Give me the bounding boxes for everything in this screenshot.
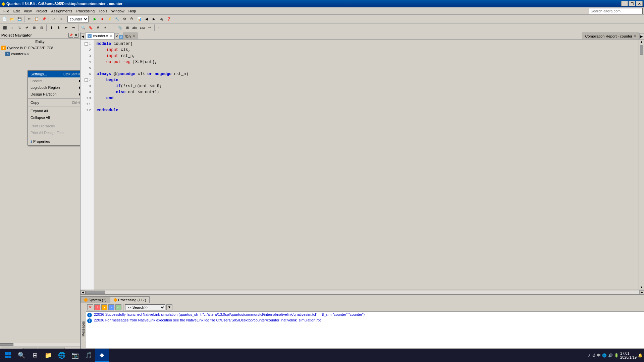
tb2-123[interactable]: 123: [139, 24, 146, 31]
pn-pin-button[interactable]: 📌: [68, 33, 73, 38]
tab-tb-v-close[interactable]: ✕: [132, 34, 135, 38]
tray-battery[interactable]: 🔋: [614, 353, 619, 358]
analyze-button[interactable]: ⚡: [106, 16, 113, 22]
msg-tab-system[interactable]: System (2): [80, 296, 110, 303]
menu-window[interactable]: Window: [109, 8, 126, 14]
ctx-collapse-all[interactable]: Collapse All: [28, 114, 80, 121]
minimize-button[interactable]: —: [621, 1, 628, 6]
left-hscroll-thumb[interactable]: [0, 343, 13, 346]
messages-side-label[interactable]: Messages: [80, 303, 86, 355]
tab-nav-left[interactable]: ◀: [80, 33, 85, 39]
menu-project[interactable]: Project: [34, 8, 49, 14]
menu-tools[interactable]: Tools: [97, 8, 109, 14]
scroll-thumb[interactable]: [640, 45, 643, 55]
counter-row[interactable]: C counter ▶⚙: [0, 51, 80, 57]
tray-notification[interactable]: 🔔: [638, 353, 643, 358]
tb2-btn9[interactable]: ⬅: [63, 24, 69, 31]
hscroll-right[interactable]: ▶: [639, 290, 644, 294]
tb2-btn10[interactable]: ➡: [70, 24, 77, 31]
pn-close-button[interactable]: ✕: [74, 33, 78, 38]
undo-button[interactable]: ↩: [50, 16, 57, 22]
tab-nav-right[interactable]: ▶: [639, 33, 644, 39]
ctx-design-partition[interactable]: Design Partition ▶: [28, 91, 80, 98]
fitter-button[interactable]: 🔧: [114, 16, 120, 22]
copy-button[interactable]: 📋: [33, 16, 40, 22]
tb2-btn8[interactable]: ⬇: [55, 24, 62, 31]
msg-btn-error[interactable]: !: [94, 304, 100, 310]
tray-network[interactable]: 🌐: [602, 353, 607, 358]
left-scrollbar[interactable]: [0, 342, 80, 347]
tb2-btn7[interactable]: ⬆: [48, 24, 55, 31]
tray-lang1[interactable]: 英: [592, 353, 596, 358]
msg-search-dropdown[interactable]: <<Search>>: [125, 304, 165, 310]
msg-btn-x[interactable]: ✕: [87, 304, 93, 310]
tb2-wrap[interactable]: ↵: [146, 24, 153, 31]
menu-edit[interactable]: Edit: [11, 8, 22, 14]
redo-button[interactable]: ↪: [58, 16, 64, 22]
tab-counter-v-close[interactable]: ✕: [109, 34, 112, 38]
tb2-btn5[interactable]: ⊞: [31, 24, 38, 31]
tb2-btn1[interactable]: ⬛: [1, 24, 8, 31]
msg-btn-info[interactable]: i: [108, 304, 114, 310]
editor-scrollbar-horizontal[interactable]: ◀ ▶: [80, 290, 644, 294]
open-button[interactable]: 📂: [9, 16, 15, 22]
assembler-button[interactable]: ⚙: [121, 16, 128, 22]
tab-counter-v[interactable]: V counter.v ✕: [85, 33, 114, 39]
hscroll-thumb[interactable]: [85, 291, 105, 294]
editor-scrollbar-vertical[interactable]: ▲ ▼: [639, 40, 644, 290]
tab-close-active[interactable]: ✕: [114, 33, 119, 39]
taskbar-quartus[interactable]: ◆: [95, 349, 109, 362]
tb2-btn4[interactable]: ⇄: [23, 24, 30, 31]
tab-compilation-report-close[interactable]: ✕: [634, 34, 636, 38]
tb2-split[interactable]: ⊞: [124, 24, 131, 31]
taskbar-explorer[interactable]: 📁: [42, 349, 55, 362]
menu-assignments[interactable]: Assignments: [49, 8, 74, 14]
collapse-7[interactable]: -: [85, 78, 88, 82]
ctx-properties[interactable]: ℹ Properties: [28, 138, 80, 145]
tray-volume[interactable]: 🔊: [608, 353, 613, 358]
tray-expand[interactable]: ∧: [588, 353, 591, 358]
close-button[interactable]: ✕: [636, 1, 643, 6]
tb2-bookmark[interactable]: 🔖: [87, 24, 94, 31]
taskbar-search[interactable]: 🔍: [15, 349, 28, 362]
menu-view[interactable]: View: [22, 8, 34, 14]
tb2-btn3[interactable]: ⇅: [16, 24, 23, 31]
scroll-up-arrow[interactable]: ▲: [639, 40, 644, 44]
menu-file[interactable]: File: [1, 8, 11, 14]
taskbar-camera[interactable]: 📷: [68, 349, 82, 362]
save-button[interactable]: 💾: [16, 16, 23, 22]
menu-processing[interactable]: Processing: [74, 8, 97, 14]
taskbar-media[interactable]: 🎵: [82, 349, 95, 362]
sim-button[interactable]: 📊: [136, 16, 143, 22]
project-dropdown[interactable]: counter: [67, 16, 89, 22]
ctx-expand-all[interactable]: Expand All: [28, 108, 80, 114]
cut-button[interactable]: ✂: [26, 16, 33, 22]
back-button[interactable]: ◀: [143, 16, 150, 22]
tab-compilation-report[interactable]: Compilation Report - counter ✕: [582, 33, 639, 39]
code-editor[interactable]: module counter( input clk, input rst_: [94, 40, 639, 290]
scroll-down-arrow[interactable]: ▼: [639, 285, 644, 290]
tb2-sync[interactable]: ↔: [156, 24, 163, 31]
taskbar-chrome[interactable]: 🌐: [55, 349, 68, 362]
compile-button[interactable]: ▶: [92, 16, 98, 22]
stop-button[interactable]: ■: [99, 16, 106, 22]
msg-btn-warn[interactable]: ▲: [101, 304, 107, 310]
tb2-btn2[interactable]: ↕: [9, 24, 15, 31]
tray-lang2[interactable]: 中: [597, 353, 601, 358]
help-button[interactable]: ❓: [165, 16, 172, 22]
maximize-button[interactable]: ☐: [629, 1, 635, 6]
device-row[interactable]: ▼ Cyclone IV E: EP4CE22F17C8: [0, 45, 80, 51]
tb2-comment[interactable]: //: [95, 24, 101, 31]
forward-button[interactable]: ▶: [151, 16, 157, 22]
ctx-logiclock[interactable]: LogicLock Region ▶: [28, 84, 80, 91]
msg-search-btn[interactable]: ▼: [166, 304, 172, 310]
tb2-find[interactable]: 🔍: [80, 24, 87, 31]
start-button[interactable]: [1, 349, 15, 362]
msg-btn-note[interactable]: ✓: [115, 304, 121, 310]
tb2-expand[interactable]: +: [102, 24, 109, 31]
ctx-copy[interactable]: Copy Ctrl+C: [28, 99, 80, 106]
ctx-locate[interactable]: Locate ▶: [28, 77, 80, 84]
tb2-collapse[interactable]: -: [109, 24, 116, 31]
program-button[interactable]: 🔌: [158, 16, 165, 22]
tb2-clip[interactable]: 📎: [117, 24, 123, 31]
